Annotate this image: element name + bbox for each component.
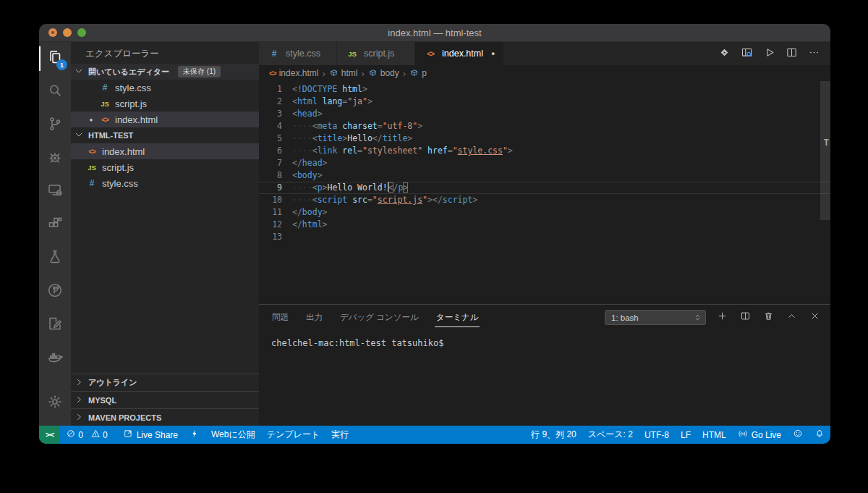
- status-encoding[interactable]: UTF-8: [639, 426, 675, 444]
- minimize-window-button[interactable]: [63, 28, 72, 37]
- code-token: =: [367, 195, 373, 205]
- activity-remote-explorer[interactable]: [39, 175, 71, 208]
- tabs: #style.cssJSscript.js<>index.html●: [259, 42, 504, 65]
- code-link[interactable]: style.css: [458, 146, 503, 156]
- status-notifications[interactable]: [809, 426, 830, 444]
- code-token: html: [297, 96, 318, 106]
- run-code-button[interactable]: [761, 46, 777, 62]
- code-line-11: 11</body>: [259, 206, 830, 219]
- status-quick-debug[interactable]: [184, 426, 205, 444]
- section-MAVEN PROJECTS[interactable]: MAVEN PROJECTS: [71, 408, 259, 426]
- code-line-13: 13: [259, 231, 830, 243]
- project-folder-header[interactable]: HTML-TEST: [71, 127, 259, 143]
- code-line-4: 4····<meta charset="utf-8">: [259, 120, 830, 132]
- status-publish-web[interactable]: Webに公開: [205, 426, 261, 444]
- more-actions-button[interactable]: [806, 46, 822, 62]
- run-code-icon: [763, 46, 775, 62]
- status-eol[interactable]: LF: [675, 426, 697, 444]
- file-script-js[interactable]: JSscript.js: [71, 159, 259, 175]
- editor-scrollbar[interactable]: T: [820, 81, 830, 304]
- terminal-shell-value: 1: bash: [611, 313, 639, 322]
- html-file-icon: <>: [269, 69, 276, 77]
- tab-script-js[interactable]: JSscript.js: [337, 42, 415, 65]
- code-link[interactable]: script.js: [378, 195, 422, 205]
- code-token: >: [407, 133, 412, 143]
- scrollbar-slider[interactable]: [820, 81, 830, 220]
- split-editor-button[interactable]: [783, 46, 799, 62]
- open-editor-index-html[interactable]: ●<>index.html: [71, 111, 259, 127]
- code-token: ····: [292, 121, 312, 131]
- code-token: >: [323, 219, 328, 229]
- terminal-output[interactable]: chelchel-mac:html-test tatsuhiko$: [259, 330, 830, 426]
- activity-test-explorer[interactable]: [39, 242, 71, 275]
- explorer-badge: 1: [56, 59, 67, 70]
- split-terminal-button[interactable]: [738, 311, 752, 325]
- maximize-window-button[interactable]: [77, 28, 86, 37]
- status-go-live[interactable]: Go Live: [732, 426, 787, 444]
- panel-tab-問題[interactable]: 問題: [271, 308, 290, 327]
- section-アウトライン[interactable]: アウトライン: [71, 374, 259, 391]
- activity-explorer[interactable]: 1: [39, 42, 71, 75]
- open-editor-style-css[interactable]: #style.css: [71, 80, 259, 96]
- breadcrumb-item-p[interactable]: p: [409, 68, 427, 78]
- terminal-shell-select[interactable]: 1: bash: [605, 310, 706, 325]
- warning-icon: [90, 429, 101, 441]
- chevron-down-icon: [74, 130, 85, 141]
- code-token: >: [427, 195, 433, 205]
- smiley-icon: [793, 429, 803, 441]
- activity-extensions[interactable]: [39, 208, 71, 242]
- preview-side-button[interactable]: [739, 46, 754, 62]
- activity-git-history[interactable]: [39, 275, 71, 308]
- status-label: 実行: [331, 429, 349, 441]
- open-in-browser-button[interactable]: [716, 46, 732, 62]
- close-window-button[interactable]: [48, 28, 57, 37]
- file-style-css[interactable]: #style.css: [71, 175, 259, 191]
- activity-source-control[interactable]: [39, 109, 71, 142]
- code-token: <: [292, 170, 297, 180]
- section-MYSQL[interactable]: MYSQL: [71, 391, 259, 408]
- status-label: Webに公開: [211, 429, 255, 441]
- open-editors-list: #style.cssJSscript.js●<>index.html: [71, 80, 259, 127]
- file-name-label: style.css: [102, 178, 138, 189]
- status-problems[interactable]: 00: [60, 426, 116, 444]
- titlebar[interactable]: index.html — html-test: [39, 24, 830, 42]
- tab-index-html[interactable]: <>index.html●: [415, 42, 504, 65]
- open-editor-script-js[interactable]: JSscript.js: [71, 96, 259, 111]
- open-editors-header[interactable]: 開いているエディター 未保存 (1): [71, 64, 259, 80]
- activity-editor-extension[interactable]: [39, 308, 71, 342]
- activity-debug[interactable]: [39, 142, 71, 175]
- line-number: 2: [259, 96, 282, 108]
- status-indentation[interactable]: スペース: 2: [582, 426, 639, 444]
- remote-icon: ><: [46, 430, 54, 439]
- panel-tabs: 問題出力デバッグ コンソールターミナル: [271, 308, 480, 327]
- status-live-share[interactable]: Live Share: [117, 426, 184, 444]
- tab-style-css[interactable]: #style.css: [259, 42, 337, 65]
- panel-tab-出力[interactable]: 出力: [305, 308, 324, 327]
- breadcrumb-item-body[interactable]: body: [368, 68, 399, 78]
- status-template[interactable]: テンプレート: [261, 426, 326, 444]
- status-language-mode[interactable]: HTML: [697, 426, 732, 444]
- js-file-icon: JS: [98, 100, 111, 108]
- breadcrumb-item-html[interactable]: html: [329, 68, 358, 78]
- code-token: >: [362, 84, 367, 94]
- kill-terminal-button[interactable]: [761, 311, 775, 325]
- code-token: >: [323, 207, 328, 217]
- status-run-task[interactable]: 実行: [326, 426, 354, 444]
- activity-bar: 1: [39, 42, 71, 426]
- status-cursor-position[interactable]: 行 9、列 20: [525, 426, 582, 444]
- activity-docker[interactable]: [39, 342, 71, 375]
- panel-tab-ターミナル[interactable]: ターミナル: [435, 308, 480, 327]
- code-editor[interactable]: 1<!DOCTYPE html>2<html lang="ja">3<head>…: [259, 81, 830, 304]
- activity-settings[interactable]: [39, 387, 71, 420]
- new-terminal-button[interactable]: [715, 311, 729, 325]
- maximize-panel-button[interactable]: [784, 311, 799, 325]
- file-index-html[interactable]: <>index.html: [71, 143, 259, 159]
- status-remote-indicator[interactable]: ><: [39, 426, 60, 444]
- status-feedback[interactable]: [787, 426, 809, 444]
- activity-search[interactable]: [39, 75, 71, 109]
- chevron-down-icon: [74, 66, 85, 77]
- breadcrumb-item-index-html[interactable]: <>index.html: [269, 68, 318, 78]
- code-token: lang: [323, 96, 343, 106]
- close-panel-button[interactable]: [807, 311, 822, 325]
- panel-tab-デバッグ コンソール[interactable]: デバッグ コンソール: [339, 308, 420, 327]
